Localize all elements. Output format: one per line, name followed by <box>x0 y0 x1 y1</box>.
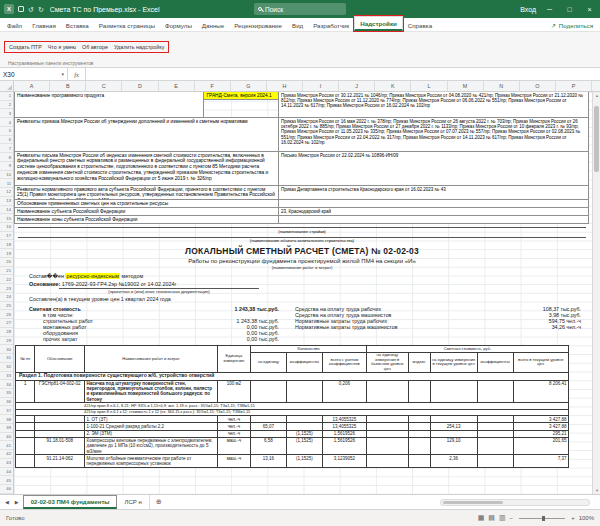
table-cell[interactable] <box>408 380 430 403</box>
column-header-E[interactable]: E <box>159 81 195 91</box>
signin-button[interactable]: Вход <box>520 6 536 13</box>
view-normal-icon[interactable]: ▦ <box>478 514 485 522</box>
table-cell[interactable]: 7,37 <box>513 455 568 467</box>
name-box[interactable]: X30 ▾ <box>0 68 68 80</box>
row-header-4[interactable]: 4 <box>0 118 13 127</box>
table-cell[interactable]: чел.-ч <box>217 430 250 437</box>
column-header-H[interactable]: H <box>267 81 303 91</box>
maximize-button[interactable]: □ <box>563 6 576 13</box>
row-header-37[interactable]: 37 <box>0 406 13 415</box>
view-layout-icon[interactable]: ▤ <box>488 514 495 522</box>
row-header-34[interactable]: 34 <box>0 380 13 389</box>
column-header-M[interactable]: M <box>448 81 484 91</box>
column-header-F[interactable]: F <box>195 81 231 91</box>
row-header-22[interactable]: 22 <box>0 275 13 284</box>
row-header-42[interactable]: 42 <box>0 450 13 459</box>
table-cell[interactable] <box>286 380 322 403</box>
row-header-40[interactable]: 40 <box>0 433 13 442</box>
column-header-P[interactable]: P <box>556 81 592 91</box>
table-cell[interactable]: (1,1525) <box>286 430 322 437</box>
row-header-25[interactable]: 25 <box>0 302 13 311</box>
redo-icon[interactable]: ↻ <box>38 6 44 13</box>
scroll-down-icon[interactable]: ▼ <box>593 487 600 494</box>
select-all-corner[interactable] <box>0 81 14 91</box>
close-button[interactable]: × <box>583 6 596 13</box>
table-cell[interactable]: Насечка под штукатурку поверхностей стен… <box>85 380 218 403</box>
row-header-23[interactable]: 23 <box>0 284 13 293</box>
column-header-O[interactable]: O <box>520 81 556 91</box>
ribbon-tab-1[interactable]: Файл <box>2 19 27 31</box>
horizontal-scrollbar-thumb[interactable] <box>443 501 503 504</box>
ribbon-tab-4[interactable]: Разметка страницы <box>94 19 160 31</box>
row-header-9[interactable]: 9 <box>0 162 13 171</box>
add-sheet-button[interactable]: ⊕ <box>152 498 166 506</box>
table-cell[interactable]: 13,16 <box>250 455 286 467</box>
table-cell[interactable]: 254,13 <box>430 423 477 430</box>
table-cell[interactable] <box>408 437 430 455</box>
row-header-19[interactable]: 19 <box>0 249 13 258</box>
table-cell[interactable]: (1,1525) <box>286 437 322 455</box>
row-header-14[interactable]: 14 <box>0 206 13 215</box>
addin-button-3[interactable]: Об авторе <box>82 44 108 50</box>
column-header-I[interactable]: I <box>303 81 339 91</box>
table-cell[interactable]: 1-100-21 Средний разряд работы 2,2 <box>85 423 218 430</box>
sheet-nav-right-icon[interactable]: ▶ <box>13 499 21 505</box>
row-header-8[interactable]: 8 <box>0 153 13 162</box>
table-cell[interactable]: 91.18.01-508 <box>35 437 85 455</box>
row-header-44[interactable]: 44 <box>0 468 13 477</box>
table-cell[interactable] <box>286 423 322 430</box>
table-cell[interactable] <box>430 380 477 403</box>
horizontal-scrollbar[interactable] <box>440 499 590 506</box>
row-header-46[interactable]: 46 <box>0 485 13 494</box>
row-header-3[interactable]: 3 <box>0 109 13 118</box>
column-header-B[interactable]: B <box>50 81 86 91</box>
row-header-16[interactable]: 16 <box>0 223 13 232</box>
table-cell[interactable] <box>35 423 85 430</box>
row-header-33[interactable]: 33 <box>0 372 13 381</box>
sheet-cells[interactable]: Наименование программного продуктаГРАНД-… <box>14 92 592 494</box>
table-cell[interactable]: 13,4055325 <box>322 423 366 430</box>
table-cell[interactable] <box>367 423 408 430</box>
table-cell[interactable] <box>477 430 513 437</box>
insert-function-button[interactable]: fx <box>68 68 86 80</box>
scroll-up-icon[interactable]: ▲ <box>593 92 600 99</box>
table-cell[interactable] <box>477 455 513 467</box>
section-title-cell[interactable]: Раздел 1. Подготовка поверхности существ… <box>16 372 569 380</box>
table-cell[interactable]: 100 м2 <box>217 380 250 403</box>
table-cell[interactable] <box>477 423 513 430</box>
chevron-down-icon[interactable]: ▾ <box>61 71 64 77</box>
row-header-17[interactable]: 17 <box>0 232 13 241</box>
table-cell[interactable]: 3,1239052 <box>322 455 366 467</box>
column-header-A[interactable]: A <box>14 81 50 91</box>
row-header-2[interactable]: 2 <box>0 101 13 110</box>
table-cell[interactable] <box>367 430 408 437</box>
row-header-39[interactable]: 39 <box>0 424 13 433</box>
ribbon-tab-7[interactable]: Рецензирование <box>229 19 287 31</box>
table-cell[interactable] <box>430 416 477 423</box>
table-cell[interactable]: 2,36 <box>430 455 477 467</box>
row-header-35[interactable]: 35 <box>0 389 13 398</box>
row-header-41[interactable]: 41 <box>0 441 13 450</box>
ribbon-tab-9[interactable]: Разработчик <box>308 19 354 31</box>
row-header-20[interactable]: 20 <box>0 258 13 267</box>
table-cell[interactable] <box>408 416 430 423</box>
table-cell[interactable]: (1,1525) <box>286 455 322 467</box>
table-cell[interactable] <box>16 437 35 455</box>
table-cell[interactable]: 8 206,41 <box>513 380 568 403</box>
addin-button-4[interactable]: Удалить надстройку <box>114 44 164 50</box>
table-cell[interactable]: 129,10 <box>430 437 477 455</box>
row-header-36[interactable]: 36 <box>0 398 13 407</box>
table-cell[interactable]: 2. ЭМ (ЗТМ) <box>85 430 218 437</box>
row-header-30[interactable]: 30 <box>0 345 13 354</box>
ribbon-tab-2[interactable]: Главная <box>27 19 61 31</box>
column-header-C[interactable]: C <box>86 81 122 91</box>
ribbon-tab-3[interactable]: Вставка <box>61 19 94 31</box>
table-cell[interactable]: Молотки отбойные пневматические при рабо… <box>85 455 218 467</box>
addin-button-1[interactable]: Создать ПТР <box>9 44 42 50</box>
table-cell[interactable] <box>367 380 408 403</box>
table-cell[interactable]: чел.-ч <box>217 423 250 430</box>
table-cell[interactable] <box>35 430 85 437</box>
zoom-percent[interactable]: 100% <box>579 515 594 521</box>
row-header-13[interactable]: 13 <box>0 197 13 206</box>
column-header-J[interactable]: J <box>339 81 375 91</box>
